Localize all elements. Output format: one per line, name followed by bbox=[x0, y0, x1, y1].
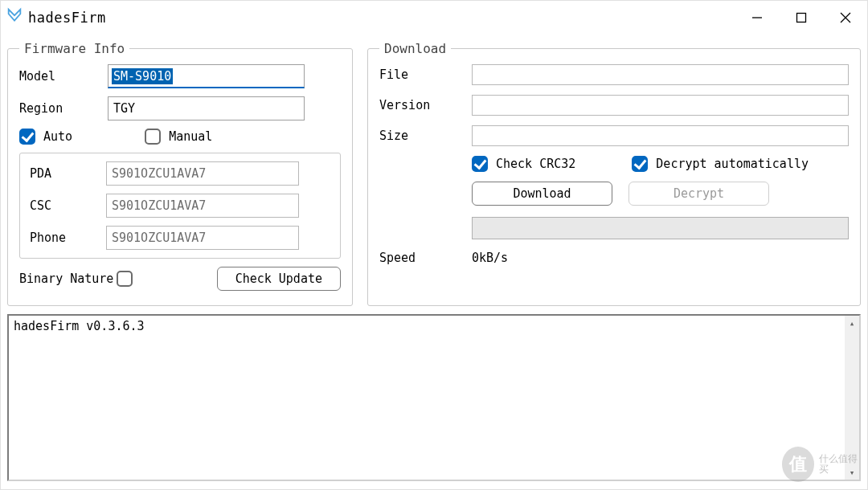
size-row: Size bbox=[379, 125, 849, 146]
csc-row: CSC bbox=[30, 194, 330, 218]
svg-rect-1 bbox=[796, 14, 805, 22]
crc-check[interactable]: Check CRC32 bbox=[472, 156, 575, 172]
size-label: Size bbox=[379, 129, 472, 143]
pda-label: PDA bbox=[30, 166, 106, 181]
download-options: Check CRC32 Decrypt automatically bbox=[472, 156, 849, 172]
file-label: File bbox=[379, 67, 472, 82]
binary-nature-check[interactable]: Binary Nature bbox=[19, 271, 133, 287]
progress-bar bbox=[472, 217, 849, 239]
top-row: Firmware Info Model SM-S9010 Region Auto bbox=[7, 41, 861, 306]
crc-checkbox[interactable] bbox=[472, 156, 488, 172]
version-subgroup: PDA CSC Phone bbox=[19, 153, 341, 259]
firmware-bottom-row: Binary Nature Check Update bbox=[19, 267, 341, 291]
mode-checks: Auto Manual bbox=[19, 129, 341, 145]
binary-label: Binary Nature bbox=[19, 272, 113, 286]
download-button[interactable]: Download bbox=[472, 182, 612, 206]
maximize-button[interactable] bbox=[779, 5, 823, 31]
decrypt-auto-label: Decrypt automatically bbox=[656, 157, 809, 171]
version-row: Version bbox=[379, 95, 849, 116]
region-row: Region bbox=[19, 96, 341, 120]
firmware-info-group: Firmware Info Model SM-S9010 Region Auto bbox=[7, 41, 353, 306]
manual-checkbox[interactable] bbox=[145, 129, 161, 145]
pda-input bbox=[106, 161, 299, 186]
phone-label: Phone bbox=[30, 231, 106, 245]
version-label: Version bbox=[379, 98, 472, 112]
app-icon bbox=[6, 7, 23, 28]
model-label: Model bbox=[19, 69, 108, 84]
model-input[interactable]: SM-S9010 bbox=[108, 64, 305, 88]
file-field bbox=[472, 64, 849, 85]
watermark: 值 什么值得买 bbox=[782, 444, 862, 484]
window-controls bbox=[735, 1, 867, 35]
speed-row: Speed 0kB/s bbox=[379, 251, 849, 265]
title-bar: hadesFirm bbox=[1, 1, 867, 35]
crc-label: Check CRC32 bbox=[496, 157, 575, 171]
close-button[interactable] bbox=[823, 5, 867, 31]
log-area[interactable]: hadesFirm v0.3.6.3 ▴ ▾ bbox=[7, 314, 861, 481]
watermark-badge-icon: 值 bbox=[782, 447, 814, 482]
decrypt-auto-checkbox[interactable] bbox=[632, 156, 648, 172]
scroll-up-icon[interactable]: ▴ bbox=[845, 316, 859, 330]
decrypt-button: Decrypt bbox=[628, 182, 769, 206]
content-area: Firmware Info Model SM-S9010 Region Auto bbox=[7, 41, 861, 481]
log-text: hadesFirm v0.3.6.3 bbox=[14, 319, 145, 333]
app-title: hadesFirm bbox=[28, 10, 106, 26]
size-field bbox=[472, 125, 849, 146]
firmware-legend: Firmware Info bbox=[19, 41, 129, 56]
region-label: Region bbox=[19, 101, 108, 116]
region-input[interactable] bbox=[108, 96, 305, 120]
download-group: Download File Version Size Check CRC32 bbox=[367, 41, 861, 306]
speed-label: Speed bbox=[379, 251, 472, 265]
auto-checkbox[interactable] bbox=[19, 129, 35, 145]
phone-row: Phone bbox=[30, 226, 330, 250]
download-buttons: Download Decrypt bbox=[472, 182, 849, 206]
download-legend: Download bbox=[379, 41, 451, 56]
pda-row: PDA bbox=[30, 161, 330, 186]
check-update-button[interactable]: Check Update bbox=[217, 267, 341, 291]
version-field bbox=[472, 95, 849, 116]
phone-input bbox=[106, 226, 299, 250]
title-left: hadesFirm bbox=[6, 7, 106, 28]
speed-value: 0kB/s bbox=[472, 251, 508, 265]
model-value: SM-S9010 bbox=[112, 68, 173, 84]
binary-checkbox[interactable] bbox=[117, 271, 133, 287]
model-row: Model SM-S9010 bbox=[19, 64, 341, 88]
manual-check[interactable]: Manual bbox=[145, 129, 212, 145]
minimize-button[interactable] bbox=[735, 5, 779, 31]
csc-input bbox=[106, 194, 299, 218]
file-row: File bbox=[379, 64, 849, 85]
watermark-text: 什么值得买 bbox=[819, 454, 862, 475]
auto-check[interactable]: Auto bbox=[19, 129, 72, 145]
decrypt-auto-check[interactable]: Decrypt automatically bbox=[632, 156, 809, 172]
manual-label: Manual bbox=[169, 129, 212, 144]
auto-label: Auto bbox=[43, 129, 72, 144]
csc-label: CSC bbox=[30, 198, 106, 213]
